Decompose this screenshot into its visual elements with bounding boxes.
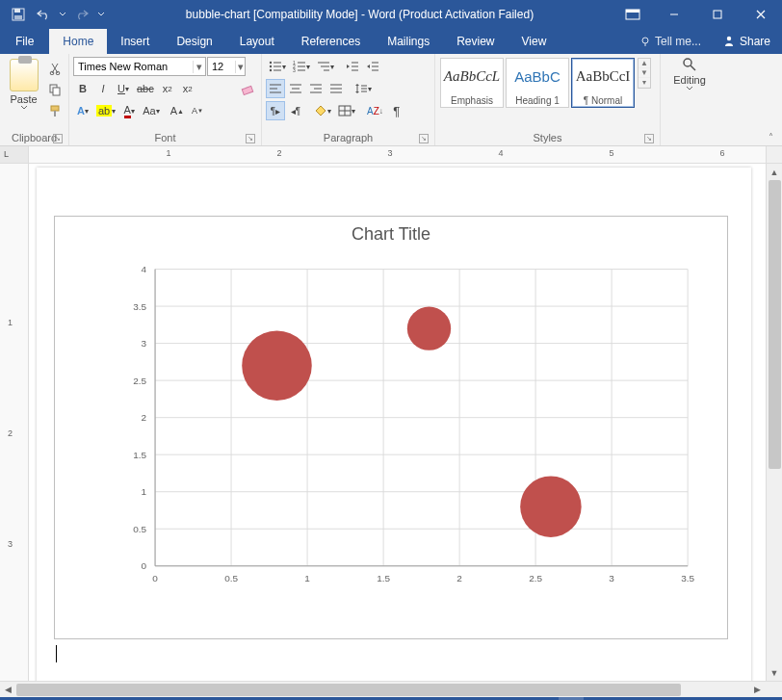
styles-scroll-up[interactable]: ▲ [639, 59, 650, 68]
vertical-ruler[interactable]: 123 [0, 164, 29, 681]
numbering-button[interactable]: 123▾ [290, 57, 313, 76]
hscroll-track[interactable] [16, 682, 749, 697]
scroll-left-button[interactable]: ◀ [0, 682, 16, 697]
styles-scroll-down[interactable]: ▼ [639, 68, 650, 78]
clipboard-launcher[interactable]: ↘ [53, 134, 63, 143]
italic-button[interactable]: I [93, 79, 113, 98]
svg-rect-15 [54, 111, 56, 117]
save-button[interactable] [8, 4, 29, 25]
style-heading1[interactable]: AaBbC Heading 1 [506, 58, 569, 108]
tab-design[interactable]: Design [163, 29, 225, 54]
align-left-button[interactable] [266, 79, 285, 98]
scroll-thumb[interactable] [769, 180, 781, 469]
bullets-button[interactable]: ▾ [266, 57, 289, 76]
superscript-button[interactable]: x2 [178, 79, 197, 98]
font-size-combo[interactable]: ▾ [207, 57, 246, 76]
copy-button[interactable] [45, 80, 65, 99]
styles-expand[interactable]: ▾ [639, 78, 650, 88]
shading-button[interactable]: ▾ [311, 101, 334, 120]
tell-me-search[interactable]: Tell me... [630, 29, 711, 54]
ribbon-display-options[interactable] [613, 0, 652, 29]
svg-text:1.5: 1.5 [133, 450, 146, 460]
tab-view[interactable]: View [508, 29, 560, 54]
grow-font-button[interactable]: A▲ [168, 101, 187, 120]
tell-me-label: Tell me... [655, 35, 701, 48]
chart-object[interactable]: Chart Title 00.511.522.533.500.511.522.5… [54, 216, 728, 639]
borders-button[interactable]: ▾ [335, 101, 358, 120]
paste-button[interactable]: Paste [4, 57, 43, 111]
outdent-icon [346, 61, 359, 72]
highlight-button[interactable]: ab▾ [93, 101, 118, 120]
clear-formatting-button[interactable] [238, 79, 257, 98]
save-icon [12, 8, 25, 21]
text-effects-button[interactable]: A▾ [73, 101, 92, 120]
ltr-button[interactable]: ¶▸ [266, 101, 285, 120]
tab-file[interactable]: File [0, 29, 49, 54]
maximize-icon [713, 10, 722, 19]
font-name-input[interactable] [74, 61, 193, 72]
paste-label: Paste [10, 93, 37, 105]
justify-icon [329, 83, 343, 94]
qat-customize[interactable] [96, 4, 106, 25]
rtl-button[interactable]: ◂¶ [286, 101, 305, 120]
svg-text:3.5: 3.5 [133, 301, 146, 312]
line-spacing-button[interactable]: ▾ [352, 79, 375, 98]
hscroll-thumb[interactable] [16, 684, 681, 696]
justify-button[interactable] [326, 79, 346, 98]
scroll-down-button[interactable]: ▼ [767, 664, 782, 681]
underline-button[interactable]: U▾ [114, 79, 133, 98]
undo-dropdown[interactable] [58, 4, 67, 25]
style-emphasis[interactable]: AaBbCcL Emphasis [440, 58, 504, 108]
paste-icon [10, 59, 39, 91]
font-launcher[interactable]: ↘ [246, 134, 255, 143]
show-hide-button[interactable]: ¶ [387, 101, 406, 120]
format-painter-button[interactable] [45, 101, 65, 120]
scroll-up-button[interactable]: ▲ [767, 164, 782, 180]
maximize-button[interactable] [695, 0, 739, 29]
minimize-button[interactable] [652, 0, 695, 29]
paragraph-launcher[interactable]: ↘ [419, 134, 429, 143]
tab-mailings[interactable]: Mailings [374, 29, 443, 54]
styles-launcher[interactable]: ↘ [644, 134, 654, 143]
horizontal-scrollbar[interactable]: ◀ ▶ [0, 681, 782, 697]
font-size-dropdown[interactable]: ▾ [235, 61, 245, 73]
strikethrough-button[interactable]: abc [134, 79, 157, 98]
style-normal[interactable]: AaBbCcI ¶ Normal [571, 58, 635, 108]
tab-references[interactable]: References [288, 29, 374, 54]
font-name-dropdown[interactable]: ▾ [193, 61, 205, 73]
redo-button[interactable] [71, 4, 92, 25]
subscript-button[interactable]: x2 [158, 79, 177, 98]
font-size-input[interactable] [208, 61, 235, 72]
svg-text:3: 3 [609, 573, 614, 583]
style-preview: AaBbCcL [441, 59, 503, 94]
page-viewport[interactable]: Chart Title 00.511.522.533.500.511.522.5… [29, 164, 766, 681]
sort-button[interactable]: AZ↓ [364, 101, 386, 120]
change-case-button[interactable]: Aa▾ [140, 101, 162, 120]
cut-button[interactable] [45, 59, 65, 78]
scroll-right-button[interactable]: ▶ [749, 682, 766, 697]
svg-rect-1 [14, 9, 20, 13]
editing-button[interactable]: Editing [665, 57, 715, 91]
share-button[interactable]: Share [711, 29, 782, 54]
close-button[interactable] [739, 0, 782, 29]
align-center-button[interactable] [286, 79, 305, 98]
tab-review[interactable]: Review [443, 29, 508, 54]
clipboard-group-label: Clipboard↘ [4, 132, 65, 145]
horizontal-ruler[interactable]: L 123456 [0, 146, 782, 164]
collapse-ribbon-button[interactable]: ˄ [763, 130, 778, 143]
font-name-combo[interactable]: ▾ [73, 57, 206, 76]
tab-home[interactable]: Home [49, 29, 107, 54]
decrease-indent-button[interactable] [343, 57, 362, 76]
multilevel-list-button[interactable]: ▾ [314, 57, 337, 76]
tab-layout[interactable]: Layout [226, 29, 288, 54]
bold-button[interactable]: B [73, 79, 92, 98]
tab-insert[interactable]: Insert [107, 29, 163, 54]
undo-button[interactable] [33, 4, 54, 25]
align-right-button[interactable] [306, 79, 326, 98]
increase-indent-button[interactable] [363, 57, 382, 76]
shrink-font-button[interactable]: A▼ [188, 101, 207, 120]
style-preview: AaBbCcI [572, 59, 634, 94]
font-color-button[interactable]: A▾ [119, 101, 139, 120]
svg-text:2.5: 2.5 [133, 376, 146, 386]
vertical-scrollbar[interactable]: ▲ ▼ [766, 164, 782, 681]
